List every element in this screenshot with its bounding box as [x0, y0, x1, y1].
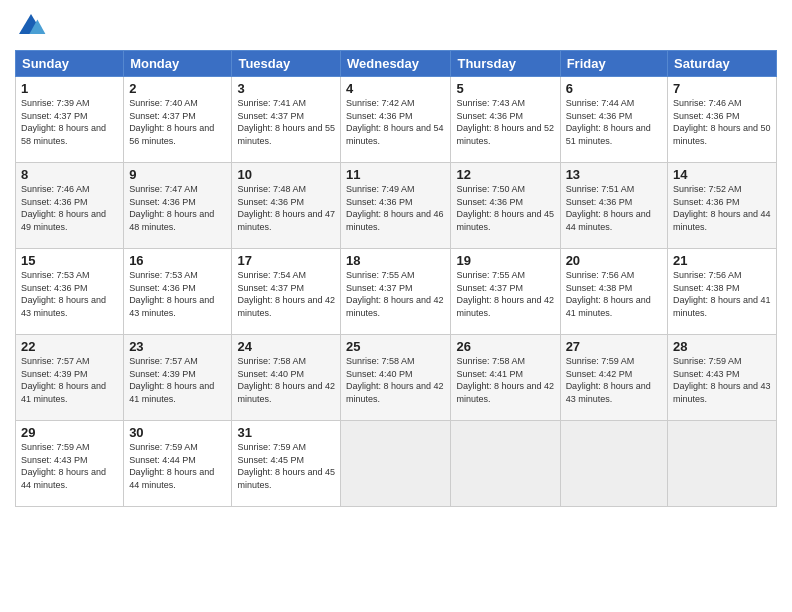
calendar-week-3: 15 Sunrise: 7:53 AM Sunset: 4:36 PM Dayl… [16, 249, 777, 335]
calendar-cell: 27 Sunrise: 7:59 AM Sunset: 4:42 PM Dayl… [560, 335, 667, 421]
day-info: Sunrise: 7:40 AM Sunset: 4:37 PM Dayligh… [129, 97, 226, 147]
day-info: Sunrise: 7:46 AM Sunset: 4:36 PM Dayligh… [673, 97, 771, 147]
day-info: Sunrise: 7:52 AM Sunset: 4:36 PM Dayligh… [673, 183, 771, 233]
day-number: 12 [456, 167, 554, 182]
day-number: 4 [346, 81, 445, 96]
header [15, 10, 777, 42]
day-info: Sunrise: 7:57 AM Sunset: 4:39 PM Dayligh… [129, 355, 226, 405]
calendar-cell: 28 Sunrise: 7:59 AM Sunset: 4:43 PM Dayl… [668, 335, 777, 421]
day-number: 19 [456, 253, 554, 268]
calendar-cell: 31 Sunrise: 7:59 AM Sunset: 4:45 PM Dayl… [232, 421, 341, 507]
day-info: Sunrise: 7:58 AM Sunset: 4:40 PM Dayligh… [346, 355, 445, 405]
calendar-cell [451, 421, 560, 507]
calendar-cell: 19 Sunrise: 7:55 AM Sunset: 4:37 PM Dayl… [451, 249, 560, 335]
calendar-cell: 25 Sunrise: 7:58 AM Sunset: 4:40 PM Dayl… [341, 335, 451, 421]
calendar-week-2: 8 Sunrise: 7:46 AM Sunset: 4:36 PM Dayli… [16, 163, 777, 249]
day-number: 9 [129, 167, 226, 182]
day-number: 31 [237, 425, 335, 440]
calendar-cell: 21 Sunrise: 7:56 AM Sunset: 4:38 PM Dayl… [668, 249, 777, 335]
calendar-cell: 22 Sunrise: 7:57 AM Sunset: 4:39 PM Dayl… [16, 335, 124, 421]
col-header-saturday: Saturday [668, 51, 777, 77]
day-number: 7 [673, 81, 771, 96]
day-info: Sunrise: 7:55 AM Sunset: 4:37 PM Dayligh… [346, 269, 445, 319]
calendar-header-row: SundayMondayTuesdayWednesdayThursdayFrid… [16, 51, 777, 77]
day-info: Sunrise: 7:39 AM Sunset: 4:37 PM Dayligh… [21, 97, 118, 147]
day-info: Sunrise: 7:58 AM Sunset: 4:40 PM Dayligh… [237, 355, 335, 405]
day-number: 11 [346, 167, 445, 182]
calendar-table: SundayMondayTuesdayWednesdayThursdayFrid… [15, 50, 777, 507]
calendar-cell: 29 Sunrise: 7:59 AM Sunset: 4:43 PM Dayl… [16, 421, 124, 507]
day-info: Sunrise: 7:49 AM Sunset: 4:36 PM Dayligh… [346, 183, 445, 233]
calendar-cell: 20 Sunrise: 7:56 AM Sunset: 4:38 PM Dayl… [560, 249, 667, 335]
day-number: 17 [237, 253, 335, 268]
day-info: Sunrise: 7:53 AM Sunset: 4:36 PM Dayligh… [21, 269, 118, 319]
day-number: 8 [21, 167, 118, 182]
col-header-sunday: Sunday [16, 51, 124, 77]
day-info: Sunrise: 7:59 AM Sunset: 4:44 PM Dayligh… [129, 441, 226, 491]
day-number: 30 [129, 425, 226, 440]
day-info: Sunrise: 7:47 AM Sunset: 4:36 PM Dayligh… [129, 183, 226, 233]
calendar-cell: 16 Sunrise: 7:53 AM Sunset: 4:36 PM Dayl… [124, 249, 232, 335]
day-number: 16 [129, 253, 226, 268]
calendar-cell: 17 Sunrise: 7:54 AM Sunset: 4:37 PM Dayl… [232, 249, 341, 335]
day-number: 6 [566, 81, 662, 96]
day-info: Sunrise: 7:50 AM Sunset: 4:36 PM Dayligh… [456, 183, 554, 233]
calendar-cell: 1 Sunrise: 7:39 AM Sunset: 4:37 PM Dayli… [16, 77, 124, 163]
day-info: Sunrise: 7:57 AM Sunset: 4:39 PM Dayligh… [21, 355, 118, 405]
col-header-tuesday: Tuesday [232, 51, 341, 77]
col-header-wednesday: Wednesday [341, 51, 451, 77]
day-number: 22 [21, 339, 118, 354]
day-info: Sunrise: 7:56 AM Sunset: 4:38 PM Dayligh… [673, 269, 771, 319]
day-info: Sunrise: 7:56 AM Sunset: 4:38 PM Dayligh… [566, 269, 662, 319]
day-info: Sunrise: 7:44 AM Sunset: 4:36 PM Dayligh… [566, 97, 662, 147]
calendar-cell: 11 Sunrise: 7:49 AM Sunset: 4:36 PM Dayl… [341, 163, 451, 249]
logo [15, 10, 51, 42]
calendar-week-4: 22 Sunrise: 7:57 AM Sunset: 4:39 PM Dayl… [16, 335, 777, 421]
calendar-cell: 14 Sunrise: 7:52 AM Sunset: 4:36 PM Dayl… [668, 163, 777, 249]
day-info: Sunrise: 7:51 AM Sunset: 4:36 PM Dayligh… [566, 183, 662, 233]
day-info: Sunrise: 7:42 AM Sunset: 4:36 PM Dayligh… [346, 97, 445, 147]
day-info: Sunrise: 7:55 AM Sunset: 4:37 PM Dayligh… [456, 269, 554, 319]
day-number: 27 [566, 339, 662, 354]
day-info: Sunrise: 7:53 AM Sunset: 4:36 PM Dayligh… [129, 269, 226, 319]
calendar-cell: 6 Sunrise: 7:44 AM Sunset: 4:36 PM Dayli… [560, 77, 667, 163]
day-number: 21 [673, 253, 771, 268]
day-number: 24 [237, 339, 335, 354]
calendar-cell [560, 421, 667, 507]
logo-icon [15, 10, 47, 42]
day-number: 5 [456, 81, 554, 96]
calendar-cell: 5 Sunrise: 7:43 AM Sunset: 4:36 PM Dayli… [451, 77, 560, 163]
day-number: 15 [21, 253, 118, 268]
day-number: 23 [129, 339, 226, 354]
day-number: 3 [237, 81, 335, 96]
calendar-week-1: 1 Sunrise: 7:39 AM Sunset: 4:37 PM Dayli… [16, 77, 777, 163]
day-number: 20 [566, 253, 662, 268]
col-header-thursday: Thursday [451, 51, 560, 77]
page: SundayMondayTuesdayWednesdayThursdayFrid… [0, 0, 792, 612]
calendar-cell [668, 421, 777, 507]
day-info: Sunrise: 7:41 AM Sunset: 4:37 PM Dayligh… [237, 97, 335, 147]
calendar-cell: 8 Sunrise: 7:46 AM Sunset: 4:36 PM Dayli… [16, 163, 124, 249]
calendar-cell: 13 Sunrise: 7:51 AM Sunset: 4:36 PM Dayl… [560, 163, 667, 249]
day-info: Sunrise: 7:48 AM Sunset: 4:36 PM Dayligh… [237, 183, 335, 233]
calendar-cell: 26 Sunrise: 7:58 AM Sunset: 4:41 PM Dayl… [451, 335, 560, 421]
col-header-friday: Friday [560, 51, 667, 77]
calendar-cell: 18 Sunrise: 7:55 AM Sunset: 4:37 PM Dayl… [341, 249, 451, 335]
day-info: Sunrise: 7:59 AM Sunset: 4:42 PM Dayligh… [566, 355, 662, 405]
calendar-cell: 4 Sunrise: 7:42 AM Sunset: 4:36 PM Dayli… [341, 77, 451, 163]
day-number: 29 [21, 425, 118, 440]
day-info: Sunrise: 7:46 AM Sunset: 4:36 PM Dayligh… [21, 183, 118, 233]
day-info: Sunrise: 7:59 AM Sunset: 4:45 PM Dayligh… [237, 441, 335, 491]
calendar-cell: 10 Sunrise: 7:48 AM Sunset: 4:36 PM Dayl… [232, 163, 341, 249]
day-number: 28 [673, 339, 771, 354]
col-header-monday: Monday [124, 51, 232, 77]
day-info: Sunrise: 7:54 AM Sunset: 4:37 PM Dayligh… [237, 269, 335, 319]
day-number: 10 [237, 167, 335, 182]
calendar-cell [341, 421, 451, 507]
day-number: 2 [129, 81, 226, 96]
calendar-cell: 7 Sunrise: 7:46 AM Sunset: 4:36 PM Dayli… [668, 77, 777, 163]
day-info: Sunrise: 7:43 AM Sunset: 4:36 PM Dayligh… [456, 97, 554, 147]
calendar-cell: 15 Sunrise: 7:53 AM Sunset: 4:36 PM Dayl… [16, 249, 124, 335]
calendar-cell: 23 Sunrise: 7:57 AM Sunset: 4:39 PM Dayl… [124, 335, 232, 421]
day-number: 18 [346, 253, 445, 268]
